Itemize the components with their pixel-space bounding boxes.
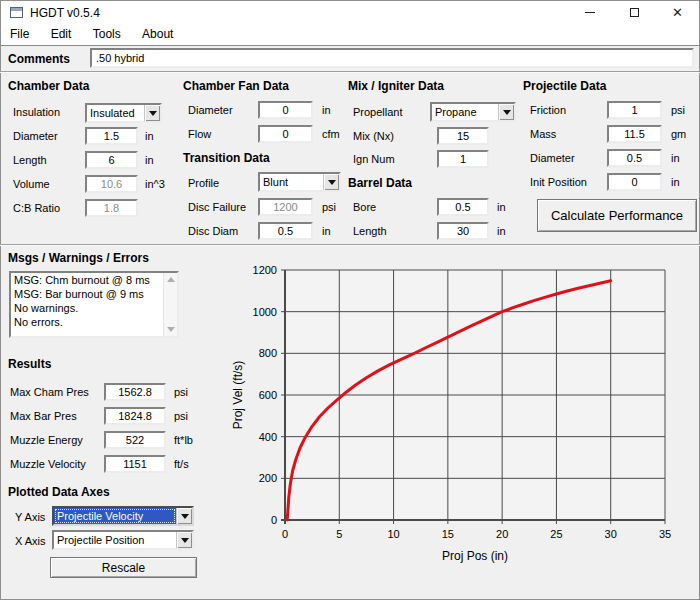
chart-svg: 05101520253035020040060080010001200Proj … [228,250,694,580]
message-line: No warnings. [11,301,177,315]
dropdown-arrow-icon[interactable] [498,104,514,120]
fan-diameter-unit: in [322,104,331,116]
max-bar-pres-unit: psi [174,410,188,422]
friction-unit: psi [671,104,685,116]
cb-ratio-field: 1.8 [85,199,138,217]
projectile-diameter-field[interactable]: 0.5 [607,149,662,167]
chamber-volume-label: Volume [13,178,50,190]
max-cham-pres-label: Max Cham Pres [10,386,89,398]
close-button[interactable]: ✕ [655,1,700,24]
friction-label: Friction [530,104,566,116]
maximize-icon [630,8,639,17]
app-window: HGDT v0.5.4 ✕ File Edit Tools About Comm… [0,0,700,600]
message-line: MSG: Chm burnout @ 8 ms [11,273,177,287]
muzzle-velocity-unit: ft/s [174,458,189,470]
chamber-length-unit: in [145,154,154,166]
y-axis-label: Y Axis [15,511,45,523]
mass-field[interactable]: 11.5 [607,125,662,143]
transition-data-header: Transition Data [183,151,270,165]
y-tick-label: 800 [259,347,277,359]
titlebar: HGDT v0.5.4 ✕ [1,1,699,24]
divider-top [0,71,700,73]
chamber-diameter-field[interactable]: 1.5 [85,127,138,145]
projectile-data-header: Projectile Data [523,79,606,93]
insulation-dropdown[interactable]: Insulated [85,103,162,123]
y-tick-label: 200 [259,472,277,484]
scroll-up-icon[interactable] [167,277,175,282]
profile-dropdown[interactable]: Blunt [258,172,341,192]
dropdown-arrow-icon[interactable] [323,174,339,190]
bore-label: Bore [353,201,376,213]
chamber-volume-unit: in^3 [145,178,165,190]
chamber-diameter-label: Diameter [13,130,58,142]
message-line: MSG: Bar burnout @ 9 ms [11,287,177,301]
x-tick-label: 10 [387,528,399,540]
app-form-icon [10,7,23,18]
x-axis-dropdown[interactable]: Projectile Position [52,530,194,550]
comments-input[interactable]: .50 hybrid [90,48,694,68]
y-tick-label: 1000 [253,306,277,318]
calculate-performance-button[interactable]: Calculate Performance [537,199,697,232]
y-tick-label: 1200 [253,264,277,276]
barrel-data-header: Barrel Data [348,176,412,190]
y-tick-label: 600 [259,389,277,401]
y-tick-label: 400 [259,431,277,443]
menu-about[interactable]: About [133,24,182,45]
init-position-unit: in [671,176,680,188]
minimize-button[interactable] [567,1,612,24]
minimize-icon [585,12,595,13]
chamber-length-field[interactable]: 6 [85,151,138,169]
friction-field[interactable]: 1 [607,101,662,119]
muzzle-energy-field: 522 [104,431,166,449]
bore-unit: in [497,201,506,213]
menu-edit[interactable]: Edit [42,24,81,45]
dropdown-arrow-icon[interactable] [176,532,192,548]
cb-ratio-label: C:B Ratio [13,202,60,214]
messages-header: Msgs / Warnings / Errors [8,251,149,265]
muzzle-velocity-field: 1151 [104,455,166,473]
listbox-scrollbar[interactable] [163,273,177,336]
disc-diam-field[interactable]: 0.5 [258,222,313,240]
max-cham-pres-unit: psi [174,386,188,398]
fan-flow-label: Flow [188,128,211,140]
menubar: File Edit Tools About [1,24,699,46]
disc-diam-label: Disc Diam [188,225,238,237]
fan-diameter-field[interactable]: 0 [258,101,313,119]
ign-num-label: Ign Num [353,153,395,165]
message-line: No errors. [11,315,177,329]
menu-file[interactable]: File [1,24,38,45]
maximize-button[interactable] [612,1,657,24]
chamber-diameter-unit: in [145,130,154,142]
dropdown-arrow-icon[interactable] [144,105,160,121]
barrel-length-unit: in [497,225,506,237]
y-axis-dropdown[interactable]: Projectile Velocity [52,506,194,526]
init-position-field[interactable]: 0 [607,173,662,191]
dropdown-arrow-icon[interactable] [176,508,192,524]
init-position-label: Init Position [530,176,587,188]
y-axis-title: Proj Vel (ft/s) [231,361,245,430]
profile-label: Profile [188,177,219,189]
mix-nx-field[interactable]: 15 [437,127,489,145]
mass-label: Mass [530,128,556,140]
projectile-diameter-unit: in [671,152,680,164]
disc-failure-field: 1200 [258,198,313,216]
max-cham-pres-field: 1562.8 [104,383,166,401]
ign-num-field[interactable]: 1 [437,150,489,168]
comments-label: Comments [8,52,70,66]
max-bar-pres-label: Max Bar Pres [10,410,77,422]
chamber-data-header: Chamber Data [8,79,89,93]
scroll-down-icon[interactable] [167,327,175,332]
x-tick-label: 25 [550,528,562,540]
messages-listbox[interactable]: MSG: Chm burnout @ 8 ms MSG: Bar burnout… [9,271,179,338]
fan-diameter-label: Diameter [188,104,233,116]
fan-flow-field[interactable]: 0 [258,125,313,143]
menu-tools[interactable]: Tools [84,24,130,45]
rescale-button[interactable]: Rescale [50,557,197,578]
velocity-position-chart: 05101520253035020040060080010001200Proj … [228,250,694,580]
propellant-dropdown[interactable]: Propane [430,102,516,122]
x-tick-label: 30 [605,528,617,540]
propellant-label: Propellant [353,106,403,118]
barrel-length-field[interactable]: 30 [437,222,489,240]
bore-field[interactable]: 0.5 [437,198,489,216]
projectile-diameter-label: Diameter [530,152,575,164]
